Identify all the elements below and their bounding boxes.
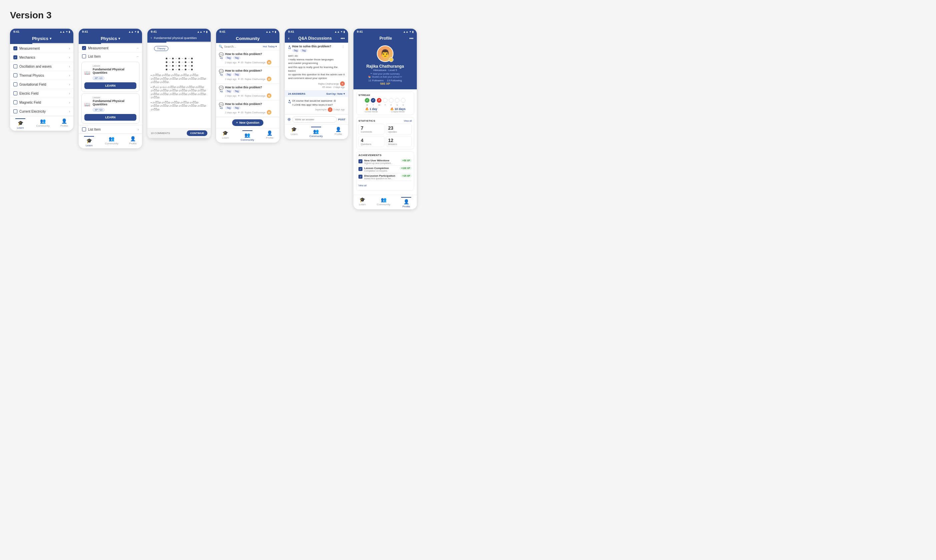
- learn-btn-2[interactable]: LEARN: [85, 114, 136, 121]
- subject-electric[interactable]: Electric Field ›: [10, 89, 73, 98]
- subject-mechanics[interactable]: ✓ Mechanics ›: [10, 53, 73, 62]
- learn-btn-1[interactable]: LEARN: [85, 82, 136, 89]
- post-item-4[interactable]: 💬 +3 How to solve this problem? Tag Tag …: [216, 100, 279, 117]
- subject-oscillation[interactable]: Oscillation and waves ›: [10, 62, 73, 71]
- nav-learn-4[interactable]: 🎓 Learn: [222, 130, 229, 142]
- edit-school-icon[interactable]: ✏: [400, 76, 402, 78]
- nav-community-1[interactable]: 👥 Community: [36, 118, 49, 129]
- checkbox-magnetic[interactable]: [13, 100, 17, 104]
- lesson-title-2: Fundamental Physical Quantities: [93, 99, 136, 106]
- xp-badge-1: XP +10: [93, 76, 105, 80]
- add-profile-summary-link[interactable]: ✏ Add your profile summary: [357, 72, 414, 75]
- checkbox-measurement-2[interactable]: ✓: [82, 46, 86, 50]
- profile-star-badge: ⭐: [389, 57, 394, 62]
- achievements-section: ACHIEVEMENTS ✓ New User Milestone Signed…: [356, 151, 414, 191]
- qa-tag-row: Tag Tag: [292, 49, 340, 52]
- subject-measurement[interactable]: ✓ Measurement ›: [10, 44, 73, 53]
- qa-tag-a: Tag: [292, 49, 299, 52]
- post-time-4: 2 days ago: [225, 111, 236, 114]
- screen2-nav-header: Physics ▾: [79, 34, 142, 43]
- answer-time-1: 2 days ago: [334, 108, 345, 111]
- more-icon-question[interactable]: ⋮: [342, 45, 345, 48]
- tag-3b: Tag: [233, 90, 240, 93]
- nav-profile-4[interactable]: 👤 Profile: [266, 130, 274, 142]
- checkbox-measurement[interactable]: ✓: [13, 46, 17, 50]
- subject-current[interactable]: Current Electricity ›: [10, 107, 73, 116]
- search-icon-4: 🔍: [219, 45, 223, 48]
- checkbox-thermal[interactable]: [13, 73, 17, 77]
- nav-profile-2[interactable]: 👤 Profile: [129, 136, 137, 147]
- nav-learn-5[interactable]: 🎓 Learn: [291, 127, 297, 138]
- back-icon-5[interactable]: ‹: [288, 36, 289, 41]
- nav-profile-1[interactable]: 👤 Profile: [60, 118, 68, 129]
- checkbox-listitem1[interactable]: [82, 54, 86, 58]
- flame-icon-current: 🔥: [365, 107, 369, 111]
- ach-title-3: Discussion Participation: [364, 174, 399, 177]
- checkbox-oscillation[interactable]: [13, 64, 17, 68]
- screen1-nav-header: Physics ▾: [10, 34, 73, 43]
- more-icon-6[interactable]: •••: [409, 36, 414, 41]
- nav-community-6[interactable]: 👥 Community: [377, 197, 390, 208]
- checkbox-listitem2[interactable]: [82, 127, 86, 131]
- nav-community-5[interactable]: 👥 Community: [309, 127, 323, 138]
- subject-gravitational[interactable]: Gravitational Field ›: [10, 80, 73, 89]
- listitem1-toggle: −: [137, 55, 139, 58]
- arrow-mechanics: ›: [69, 56, 70, 59]
- tag-1b: Tag: [233, 56, 240, 59]
- upvote-arrow-ans1[interactable]: ▲: [288, 99, 291, 102]
- vote-count-1: +3: [220, 57, 223, 59]
- chat-icon-3: 💬: [219, 86, 224, 90]
- post-answer-btn[interactable]: POST: [338, 118, 345, 121]
- nav-profile-6[interactable]: 👤 Profile: [401, 197, 411, 208]
- nav-learn-6[interactable]: 🎓 Learn: [359, 197, 366, 208]
- vote-count-3: +3: [220, 90, 223, 93]
- screen2-measurement-header[interactable]: ✓ Measurement −: [79, 44, 142, 52]
- search-input-4[interactable]: [224, 45, 262, 48]
- screen2-listitem2-header[interactable]: List Item ›: [79, 125, 142, 133]
- tag-row-2: Tag Tag: [225, 73, 277, 76]
- stats-view-all[interactable]: View all: [404, 120, 412, 122]
- achievements-view-all[interactable]: View all: [359, 184, 366, 187]
- checkbox-current[interactable]: [13, 109, 17, 113]
- subject-thermal[interactable]: Thermal Physics ›: [10, 71, 73, 80]
- nav-learn-1[interactable]: 🎓 Learn: [15, 118, 25, 129]
- post-item-1[interactable]: 💬 +3 How to solve this problem? Tag Tag …: [216, 50, 279, 67]
- answers-count: 24 ANSWERS: [288, 92, 305, 95]
- post-body-1: How to solve this problem? Tag Tag 2 day…: [225, 52, 277, 65]
- day-circle-tue: ✓: [371, 98, 376, 103]
- xp-badge-2: XP +10: [93, 108, 105, 112]
- upvote-arrow-5[interactable]: ▲: [288, 45, 291, 47]
- nav-community-2[interactable]: 👥 Community: [105, 136, 118, 147]
- checkbox-mechanics[interactable]: ✓: [13, 55, 17, 59]
- screen1-phone: 9:41 ▲▲ ✦ ▮ Physics ▾ ✓ Measurement › ✓ …: [10, 29, 73, 131]
- post-item-3[interactable]: 💬 +3 How to solve this problem? Tag Tag …: [216, 84, 279, 100]
- screen6-profile-body: 👨 ⭐ Rajika Chathuranga Hikkaduwa · Level…: [354, 43, 417, 89]
- checkbox-gravitational[interactable]: [13, 82, 17, 86]
- ach-check-3: ✓: [359, 175, 362, 178]
- post-views-3: 👁 65: [238, 95, 243, 97]
- day-label-t2: T: [383, 104, 388, 106]
- screen1-bottom-nav: 🎓 Learn 👥 Community 👤 Profile: [10, 116, 73, 131]
- continue-btn[interactable]: CONTINUE: [187, 130, 208, 136]
- nav-community-label-4: Community: [241, 138, 254, 142]
- hot-today-label[interactable]: Hot Today ▾: [263, 45, 277, 48]
- new-question-btn[interactable]: + New Question: [232, 119, 263, 126]
- screen5-bottom-nav: 🎓 Learn 👥 Community 👤 Profile: [285, 124, 348, 139]
- back-icon-3[interactable]: ‹: [151, 36, 152, 40]
- nav-community-4[interactable]: 👥 Community: [241, 130, 254, 142]
- nav-profile-5[interactable]: 👤 Profile: [335, 127, 342, 138]
- sort-by[interactable]: Sort by: Vote ▾: [326, 92, 345, 95]
- post-time-3: 2 days ago: [225, 95, 236, 97]
- subject-label-measurement: Measurement: [19, 47, 67, 50]
- more-icon-5[interactable]: •••: [340, 36, 345, 41]
- subject-magnetic[interactable]: Magnetic Field ›: [10, 98, 73, 107]
- arrow-current: ›: [69, 110, 70, 113]
- post-item-2[interactable]: 💬 +3 How to solve this problem? Tag Tag …: [216, 67, 279, 84]
- checkbox-electric[interactable]: [13, 91, 17, 95]
- screen6-phone: 9:41 ▲▲ ✦ ▮ Profile ••• 👨 ⭐ Rajika Chath…: [354, 29, 417, 209]
- tag-4b: Tag: [233, 106, 240, 109]
- answer-input[interactable]: [292, 116, 337, 123]
- answer-user-1: Jayasinghe: [315, 108, 326, 111]
- nav-learn-2[interactable]: 🎓 Learn: [84, 136, 94, 147]
- screen2-listitem1-header[interactable]: List Item −: [79, 52, 142, 60]
